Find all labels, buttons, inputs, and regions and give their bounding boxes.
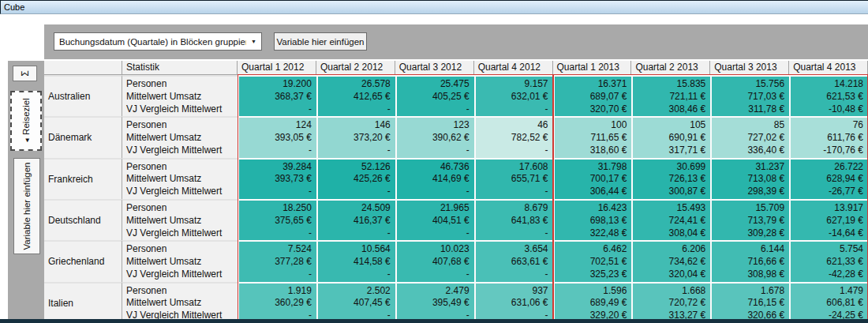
mittelwert-value: 377,28 € xyxy=(239,256,312,269)
column-header[interactable]: Quartal 3 2013 xyxy=(710,61,789,75)
data-cell[interactable]: 16.423698,13 €322,48 € xyxy=(553,199,632,240)
personen-value: 146 xyxy=(318,119,391,132)
data-cell[interactable]: 31.237713,08 €298,39 € xyxy=(710,158,789,199)
data-cell[interactable]: 9.157632,01 €- xyxy=(474,75,553,116)
insert-variable-column-label: Variable hier einfügen xyxy=(276,37,364,47)
data-cell[interactable]: 100711,65 €318,60 € xyxy=(553,116,632,157)
mittelwert-value: 407,45 € xyxy=(318,297,391,310)
mittelwert-value: 717,03 € xyxy=(712,91,784,103)
data-cell[interactable]: 937631,06 €- xyxy=(474,282,553,323)
data-cell[interactable]: 14.218621,53 €-10,48 € xyxy=(789,75,868,116)
data-cell[interactable]: 15.493724,41 €308,04 € xyxy=(631,199,710,240)
row-label[interactable]: Dänemark xyxy=(44,116,122,157)
data-cell[interactable]: 46782,52 €- xyxy=(474,116,553,157)
data-cell[interactable]: 31.798700,17 €306,44 € xyxy=(553,158,632,199)
column-grouping-dropdown[interactable]: Buchungsdatum (Quartale) in Blöcken grup… xyxy=(54,32,262,51)
data-cell[interactable]: 15.709713,79 €309,28 € xyxy=(710,199,789,240)
data-cell[interactable]: 52.126425,26 €- xyxy=(316,158,395,199)
personen-value: 26.578 xyxy=(318,78,391,91)
data-cell[interactable]: 19.200368,37 €- xyxy=(238,75,316,116)
stat-labels-cell: PersonenMittelwert UmsatzVJ Vergleich Mi… xyxy=(122,75,238,116)
data-cell[interactable]: 21.965404,51 €- xyxy=(395,199,474,240)
data-cell[interactable]: 25.475405,25 €- xyxy=(395,75,474,116)
data-cell[interactable]: 15.756717,03 €311,78 € xyxy=(710,75,789,116)
sigma-icon: Σ xyxy=(19,70,30,76)
data-cell[interactable]: 124393,05 €- xyxy=(238,116,316,157)
row-label[interactable]: Deutschland xyxy=(44,199,122,240)
insert-variable-column-button[interactable]: Variable hier einfügen xyxy=(274,32,367,51)
mittelwert-value: 404,51 € xyxy=(397,215,470,227)
sigma-button[interactable]: Σ xyxy=(13,66,37,81)
mittelwert-value: 606,81 € xyxy=(791,297,863,310)
data-cell[interactable]: 105690,91 €317,71 € xyxy=(631,116,710,157)
data-cell[interactable]: 7.524377,28 €- xyxy=(238,240,316,281)
row-label[interactable]: Griechenland xyxy=(44,240,122,281)
data-cell[interactable]: 24.509416,37 €- xyxy=(316,199,395,240)
data-cell[interactable]: 39.284393,73 €- xyxy=(238,158,316,199)
personen-value: 21.965 xyxy=(397,202,470,215)
stat-labels-cell: PersonenMittelwert UmsatzVJ Vergleich Mi… xyxy=(122,116,238,157)
insert-variable-row-button[interactable]: Variable hier einfügen xyxy=(13,158,40,254)
data-cell[interactable]: 1.596689,49 €329,20 € xyxy=(553,282,632,323)
column-header[interactable]: Quartal 4 2012 xyxy=(474,61,553,75)
data-cell[interactable]: 1.668720,72 €313,27 € xyxy=(631,282,710,323)
data-cell[interactable]: 17.608655,71 €- xyxy=(474,158,553,199)
data-cell[interactable]: 26.578412,65 €- xyxy=(316,75,395,116)
corner-header-cell xyxy=(44,61,122,75)
data-cell[interactable]: 15.835721,11 €308,46 € xyxy=(631,75,710,116)
stat-label: Personen xyxy=(126,243,238,256)
data-cell[interactable]: 1.919360,29 €- xyxy=(238,282,316,323)
data-cell[interactable]: 123390,62 €- xyxy=(395,116,474,157)
stat-label: Mittelwert Umsatz xyxy=(126,256,238,269)
data-cell[interactable]: 46.736414,69 €- xyxy=(395,158,474,199)
row-label[interactable]: Frankreich xyxy=(44,158,122,199)
data-cell[interactable]: 5.754621,33 €-42,28 € xyxy=(789,240,868,281)
data-cell[interactable]: 30.699726,13 €300,87 € xyxy=(631,158,710,199)
personen-value: 3.654 xyxy=(476,243,548,256)
personen-value: 1.479 xyxy=(791,285,863,298)
vj-vergleich-value: - xyxy=(318,269,391,281)
row-dimension-reiseziel-button[interactable]: ◄Reiseziel xyxy=(10,91,42,151)
data-cell[interactable]: 6.462702,51 €325,23 € xyxy=(553,240,632,281)
vj-vergleich-value: 317,71 € xyxy=(633,145,705,157)
data-cell[interactable]: 2.479395,49 €- xyxy=(395,282,474,323)
column-header[interactable]: Quartal 1 2013 xyxy=(553,61,632,75)
dropdown-arrow-icon: ◄ xyxy=(24,137,31,144)
personen-value: 19.200 xyxy=(239,78,312,91)
column-header[interactable]: Quartal 1 2012 xyxy=(238,61,316,75)
personen-value: 937 xyxy=(476,285,548,298)
data-cell[interactable]: 6.206734,62 €320,04 € xyxy=(631,240,710,281)
header-row: StatistikQuartal 1 2012Quartal 2 2012Qua… xyxy=(44,61,868,75)
row-label[interactable]: Australien xyxy=(44,75,122,116)
column-header[interactable]: Quartal 3 2012 xyxy=(395,61,474,75)
data-cell[interactable]: 1.678716,15 €320,66 € xyxy=(710,282,789,323)
data-cell[interactable]: 3.654663,61 €- xyxy=(474,240,553,281)
row-label[interactable]: Italien xyxy=(44,282,122,323)
personen-value: 26.722 xyxy=(791,161,863,174)
data-cell[interactable]: 76611,76 €-170,76 € xyxy=(789,116,868,157)
data-cell[interactable]: 13.917627,19 €-14,64 € xyxy=(789,199,868,240)
mittelwert-value: 414,58 € xyxy=(318,256,391,269)
data-cell[interactable]: 2.502407,45 €- xyxy=(316,282,395,323)
data-cell[interactable]: 26.722628,94 €-26,77 € xyxy=(789,158,868,199)
column-header[interactable]: Quartal 2 2013 xyxy=(631,61,710,75)
data-cell[interactable]: 85727,02 €336,40 € xyxy=(710,116,789,157)
data-cell[interactable]: 16.371689,07 €320,70 € xyxy=(553,75,632,116)
mittelwert-value: 726,13 € xyxy=(633,173,705,186)
personen-value: 15.756 xyxy=(712,78,784,91)
column-header[interactable]: Quartal 2 2012 xyxy=(316,61,395,75)
table-row: DeutschlandPersonenMittelwert UmsatzVJ V… xyxy=(44,199,868,240)
row-dimension-label: Reiseziel xyxy=(21,98,31,135)
data-cell[interactable]: 6.144716,66 €308,98 € xyxy=(710,240,789,281)
mittelwert-value: 655,71 € xyxy=(476,173,548,186)
data-cell[interactable]: 146373,20 €- xyxy=(316,116,395,157)
vj-vergleich-value: 298,39 € xyxy=(712,186,784,198)
data-cell[interactable]: 1.479606,81 €-24,25 € xyxy=(789,282,868,323)
personen-value: 2.479 xyxy=(397,285,470,298)
data-cell[interactable]: 10.564414,58 €- xyxy=(316,240,395,281)
data-cell[interactable]: 8.679641,83 €- xyxy=(474,199,553,240)
data-cell[interactable]: 18.250375,65 €- xyxy=(238,199,316,240)
data-cell[interactable]: 10.023407,68 €- xyxy=(395,240,474,281)
table-row: ItalienPersonenMittelwert UmsatzVJ Vergl… xyxy=(44,282,868,323)
column-header[interactable]: Quartal 4 2013 xyxy=(789,61,868,75)
